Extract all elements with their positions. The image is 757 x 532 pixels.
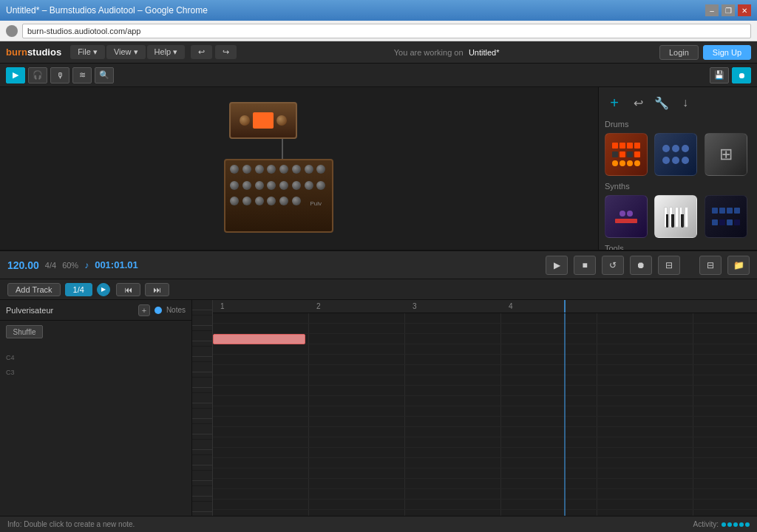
grid-mark-1: 1: [220, 302, 225, 310]
quantize-button[interactable]: 1/4: [65, 283, 92, 296]
knob-11: [255, 181, 264, 190]
beatbox-icon: [709, 201, 742, 232]
act-dot-1: [722, 522, 726, 527]
save-button[interactable]: 💾: [710, 67, 729, 83]
headphone-button[interactable]: 🎧: [28, 67, 47, 83]
seq-main: Pulverisateur + Notes Shuffle C4 C3: [0, 300, 757, 516]
seq-transport: 120.00 4/4 60% ♪ 001:01.01 ▶ ■ ↺ ⏺ ⊟ ⊟ 📁: [0, 251, 757, 279]
activity-section: Activity:: [693, 520, 750, 528]
notes-label: Notes: [166, 306, 186, 314]
marker-button[interactable]: ⊟: [658, 256, 680, 275]
track-controls: Shuffle: [0, 321, 191, 343]
wrench-panel-button[interactable]: 🔧: [652, 93, 671, 112]
sequencer: 120.00 4/4 60% ♪ 001:01.01 ▶ ■ ↺ ⏺ ⊟ ⊟ 📁…: [0, 250, 757, 516]
piano-item[interactable]: [654, 195, 697, 238]
drum-machine-icon: [610, 139, 643, 170]
knob-2: [242, 165, 251, 174]
grid-content[interactable]: [213, 313, 757, 516]
act-dot-5: [745, 522, 750, 527]
grid-mark-2: 2: [316, 302, 321, 310]
seq-controls: Add Track 1/4 ▶ ⏮ ⏭: [0, 279, 757, 300]
synth-knob-1: [240, 115, 250, 126]
synth-knob-2: [276, 115, 287, 126]
undo-panel-button[interactable]: ↩: [628, 93, 648, 112]
help-menu[interactable]: Help ▾: [147, 45, 186, 59]
drum-seq-item[interactable]: ⊞: [705, 133, 747, 176]
undo-button[interactable]: ↩: [191, 45, 212, 59]
timecode-display: 001:01.01: [95, 259, 138, 270]
track-name-label: Pulverisateur: [6, 306, 134, 315]
address-input[interactable]: [22, 24, 751, 38]
brand-logo: burnstudios: [6, 47, 61, 58]
working-on-label: You are working on: [394, 48, 464, 57]
panel-tools: + ↩ 🔧 ↓: [605, 93, 751, 112]
shuffle-button[interactable]: Shuffle: [6, 325, 43, 338]
synth-poly-icon: [659, 139, 693, 170]
knob-6: [292, 165, 301, 174]
knob-16: [316, 181, 325, 190]
track-add-button[interactable]: +: [138, 304, 150, 316]
knob-7: [305, 165, 313, 174]
knob-18: [242, 197, 251, 205]
grid-mark-4: 4: [509, 302, 513, 310]
download-panel-button[interactable]: ↓: [676, 93, 695, 112]
skip-fwd-button[interactable]: ⏭: [145, 283, 169, 296]
file-menu[interactable]: File ▾: [70, 45, 105, 59]
skip-back-button[interactable]: ⏮: [116, 283, 140, 296]
record-button[interactable]: ⏺: [630, 256, 652, 275]
drum-machine-item[interactable]: [605, 133, 648, 176]
tools-section-label: Tools: [605, 244, 751, 250]
right-panel: + ↩ 🔧 ↓ Drums: [598, 87, 757, 250]
knob-22: [292, 197, 301, 205]
stop-button[interactable]: ■: [574, 256, 596, 275]
knob-4: [267, 165, 276, 174]
note-block-1[interactable]: [213, 334, 305, 344]
add-track-button[interactable]: Add Track: [7, 283, 61, 296]
close-button[interactable]: ✕: [738, 4, 751, 16]
track-header: Pulverisateur + Notes: [0, 300, 191, 321]
knob-19: [255, 197, 264, 205]
track-list: Pulverisateur + Notes Shuffle C4 C3: [0, 300, 192, 516]
synths-grid: [605, 195, 751, 238]
play-button[interactable]: ▶: [546, 256, 568, 275]
wave-button[interactable]: ≋: [72, 67, 92, 83]
time-sig-display: 4/4: [45, 261, 56, 270]
synth-small-instrument[interactable]: [229, 102, 297, 139]
canvas-area[interactable]: Pulv: [0, 87, 598, 250]
redo-button[interactable]: ↪: [215, 45, 237, 59]
synth-mono-item[interactable]: [605, 195, 648, 238]
tempo-display: 120.00: [7, 259, 39, 271]
play-track-button[interactable]: ▶: [97, 283, 110, 296]
knob-9: [230, 181, 239, 190]
mic-button[interactable]: 🎙: [50, 67, 69, 83]
piano-keys-visual: [192, 300, 212, 516]
play-toolbar-button[interactable]: ▶: [6, 67, 25, 83]
titlebar: Untitled* – Burnstudios Audiotool – Goog…: [0, 0, 757, 21]
synth-large-instrument[interactable]: Pulv: [224, 159, 333, 233]
view-menu[interactable]: View ▾: [106, 45, 146, 59]
browser-icon: [6, 25, 18, 37]
activity-dots: [722, 522, 750, 527]
knob-10: [242, 181, 251, 190]
note-grid[interactable]: 1 2 3 4: [213, 300, 757, 516]
loop-button[interactable]: ↺: [602, 256, 624, 275]
brand-burn: burn: [6, 47, 27, 58]
search-button[interactable]: 🔍: [95, 67, 114, 83]
knob-21: [279, 197, 288, 205]
minimize-button[interactable]: –: [705, 4, 719, 16]
drums-grid: ⊞: [605, 133, 751, 176]
beatbox-item[interactable]: [705, 195, 747, 238]
signup-button[interactable]: Sign Up: [703, 45, 751, 60]
synth-poly-item[interactable]: [654, 133, 697, 176]
knob-20: [267, 197, 276, 205]
add-instrument-button[interactable]: +: [605, 93, 624, 112]
toolbar: ▶ 🎧 🎙 ≋ 🔍 💾 ⏺: [0, 64, 757, 87]
arrange-view-button[interactable]: ⊟: [699, 256, 722, 275]
restore-button[interactable]: ❐: [722, 4, 735, 16]
login-button[interactable]: Login: [659, 45, 699, 60]
brand-studios: studios: [27, 47, 61, 58]
record-toolbar-button[interactable]: ⏺: [732, 67, 751, 83]
track-active-dot: [155, 307, 162, 314]
info-text: Info: Double click to create a new note.: [7, 520, 135, 528]
folder-button[interactable]: 📁: [727, 256, 750, 275]
